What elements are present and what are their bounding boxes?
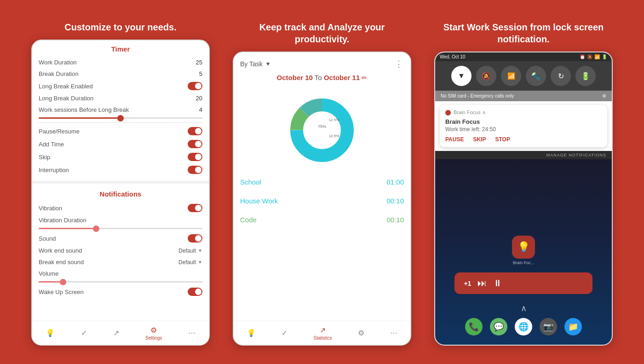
skip-toggle[interactable] [188,153,202,161]
app-dock: 📞 💬 🌐 📷 📁 [443,318,604,335]
phone-inner: Wed, Oct 10 ⏰ 🔕 📶 🔋 ▼ 🔕 📶 🔦 ↻ 🔋 No [435,52,612,345]
work-sessions-slider[interactable] [39,117,202,119]
break-end-sound-arrow: ▼ [198,260,202,265]
stop-button[interactable]: STOP [495,136,510,143]
work-duration-label: Work Duration [39,59,77,66]
dock-phone-icon[interactable]: 📞 [465,318,483,335]
nav2-settings[interactable]: ⚙ [358,329,364,337]
pause-media-button[interactable]: ⏸ [493,278,502,289]
status-bar: Wed, Oct 10 ⏰ 🔕 📶 🔋 [435,52,612,61]
alarm-icon: ⏰ [580,54,585,59]
stats-content: By Task ▼ ⋮ October 10 To October 11 ✏ [234,52,410,321]
panel-statistics: Keep track and Analyze your productivity… [225,11,419,353]
task-code-name: Code [240,216,257,224]
add-time-row: Add Time [39,138,202,150]
break-end-sound-value: Default [178,259,196,266]
break-end-sound-row: Break end sound Default ▼ [39,256,202,268]
long-break-enabled-toggle[interactable] [188,82,202,90]
app-icon: 💡 [512,236,535,259]
notif-title: Brain Focus [445,118,602,125]
qs-rotate-btn[interactable]: ↻ [551,66,571,86]
panel1-title: Customize to your needs. [64,21,176,33]
work-end-sound-row: Work end sound Default ▼ [39,245,202,256]
vibration-toggle[interactable] [188,204,202,212]
work-duration-value: 25 [196,59,202,66]
task-school-name: School [240,178,261,186]
nav2-tasks[interactable]: ✓ [282,329,288,337]
sound-toggle[interactable] [188,234,202,243]
nav-stats[interactable]: ↗ [113,329,119,337]
work-end-sound-dropdown[interactable]: Default ▼ [178,248,202,254]
wifi-icon: 📶 [594,54,600,59]
tasks2-icon: ✓ [282,329,288,337]
date-range-row: October 10 To October 11 ✏ [240,74,404,81]
nav2-focus[interactable]: 💡 [247,329,256,337]
sound-row: Sound [39,232,202,245]
nav-more[interactable]: ⋯ [188,329,196,337]
timer-section: Timer Work Duration 25 Break Duration 5 … [32,40,209,179]
volume-slider[interactable] [39,281,202,283]
interruption-toggle[interactable] [188,166,202,174]
nav2-more[interactable]: ⋯ [390,329,397,337]
dock-files-icon[interactable]: 📁 [564,318,582,335]
focus2-icon: 💡 [247,329,256,337]
next-button[interactable]: ⏭ [477,278,487,289]
focus-icon: 💡 [46,329,55,337]
label-12-5-bot: 12.5% [329,134,339,138]
nav-tasks[interactable]: ✓ [81,329,87,337]
add-time-label: Add Time [39,141,64,148]
wake-up-screen-toggle[interactable] [188,288,202,296]
nav2-stats[interactable]: ↗ Statistics [313,326,332,341]
task-code-time: 00:10 [386,216,404,224]
qs-wifi-btn[interactable]: ▼ [451,66,472,86]
stats-filter-dropdown[interactable]: By Task ▼ [240,60,271,68]
vibration-duration-slider[interactable] [39,228,202,229]
statistics-label: Statistics [313,335,332,341]
qs-silent-btn[interactable]: 🔕 [476,66,496,86]
qs-battery-saver-btn[interactable]: 🔋 [575,66,596,86]
qs-flashlight-btn[interactable]: 🔦 [526,66,546,86]
long-break-duration-value: 20 [196,95,202,102]
more-options-button[interactable]: ⋮ [395,59,404,69]
break-end-sound-label: Break end sound [39,259,84,266]
skip-label: Skip [39,154,50,161]
long-break-enabled-row: Long Break Enabled [39,80,202,92]
donut-svg: 75% 12.5% 12.5% [285,93,359,167]
add-session-button[interactable]: +1 [464,280,471,287]
dock-messages-icon[interactable]: 💬 [490,318,507,335]
nav-focus[interactable]: 💡 [46,329,55,337]
vibration-duration-row: Vibration Duration [39,214,202,226]
stats2-icon: ↗ [320,326,326,335]
donut-chart: 75% 12.5% 12.5% [240,93,404,167]
long-break-enabled-label: Long Break Enabled [39,83,93,90]
pause-resume-label: Pause/Resume [39,128,80,135]
skip-button[interactable]: SKIP [473,136,486,143]
long-break-duration-label: Long Break Duration [39,95,93,102]
edit-date-icon[interactable]: ✏ [362,74,367,81]
nav-settings[interactable]: ⚙ Settings [145,326,162,341]
task-row-housework: House Work 00:10 [240,195,404,207]
long-break-duration-row: Long Break Duration 20 [39,92,202,104]
notification-card: Brain Focus ∧ Brain Focus Work time left… [440,105,607,147]
qs-bluetooth-btn[interactable]: 📶 [501,66,521,86]
app-bulb-icon: 💡 [518,241,530,253]
notif-app-name: Brain Focus ∧ [454,110,486,116]
add-time-toggle[interactable] [188,140,202,148]
pause-button[interactable]: PAUSE [445,136,464,143]
settings-icon: ⚙ [150,326,157,335]
notifications-section-title: Notifications [39,190,202,198]
filter-label: By Task [240,60,263,68]
timer-section-title: Timer [39,45,202,53]
break-end-sound-dropdown[interactable]: Default ▼ [178,259,202,266]
volume-label: Volume [39,270,58,277]
phone-mockup-3: Wed, Oct 10 ⏰ 🔕 📶 🔋 ▼ 🔕 📶 🔦 ↻ 🔋 No [434,52,613,346]
dock-camera-icon[interactable]: 📷 [540,318,557,335]
skip-row: Skip [39,150,202,163]
bottom-nav-2: 💡 ✓ ↗ Statistics ⚙ ⋯ [234,321,410,345]
interruption-row: Interruption [39,163,202,176]
dock-chrome-icon[interactable]: 🌐 [515,318,532,335]
more2-icon: ⋯ [390,329,397,337]
manage-notif-text: MANAGE NOTIFICATIONS [546,153,606,157]
pause-resume-toggle[interactable] [188,127,202,135]
date-start: October 10 [277,74,313,81]
